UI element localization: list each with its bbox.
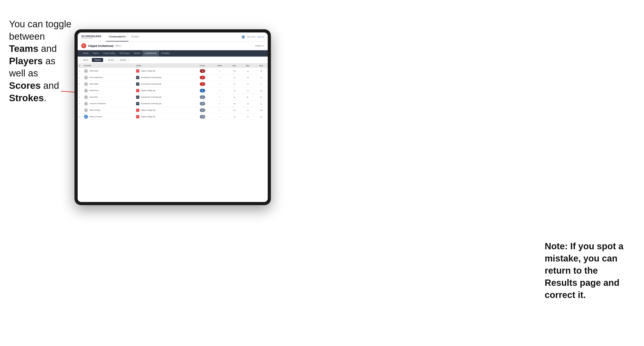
table-row: 2 Chris Robertson SU Scoreboard Universi… <box>78 74 268 81</box>
cell-total: +11 <box>194 114 212 120</box>
cell-thru: F <box>212 68 228 74</box>
cancel-button[interactable]: Cancel ✕ <box>255 45 264 47</box>
cell-rd2: -4 <box>241 87 254 94</box>
tab-details[interactable]: Details <box>80 50 91 57</box>
cell-rank: 6 <box>78 101 82 107</box>
table-row: 8 Marcus Turners C Clippd College [A] +1… <box>78 114 268 120</box>
cell-thru: F <box>212 87 228 94</box>
col-rank: # <box>78 64 82 68</box>
cell-rd1: +2 <box>228 114 241 120</box>
total-score: +11 <box>200 115 205 119</box>
cell-player: Rees Britt <box>82 94 135 101</box>
toggle-scores[interactable]: Scores <box>106 58 116 62</box>
cell-rd2: +1 <box>241 107 254 114</box>
toggle-teams[interactable]: Teams <box>80 58 91 62</box>
tab-tee-groups[interactable]: Tee Groups <box>117 50 132 57</box>
team-name: Clippd College [A] <box>141 89 155 92</box>
left-annotation: You can toggle between Teams and Players… <box>9 18 72 104</box>
total-score: -4 <box>200 76 205 79</box>
svg-point-8 <box>86 116 86 117</box>
tab-course-setup[interactable]: Course Setup <box>101 50 117 57</box>
table-header-row: # PLAYER TEAM TOTAL THRU RD1 RD2 RD3 <box>78 64 268 68</box>
cell-player: Marcus Turners <box>82 114 135 120</box>
col-rd1: RD1 <box>228 64 241 68</box>
total-score: -2 <box>200 82 205 86</box>
player-avatar <box>84 95 88 99</box>
col-thru: THRU <box>212 64 228 68</box>
nav-tournaments[interactable]: TOURNAMENTS <box>106 32 128 41</box>
tablet-frame: SCOREBOARD Powered by clippd TOURNAMENTS… <box>74 29 271 205</box>
cell-player: Blair McHarg <box>82 107 135 114</box>
logo-area: SCOREBOARD Powered by clippd <box>81 35 101 39</box>
team-name: Scoreboard University [A] <box>141 103 161 105</box>
cell-rd3: +3 <box>254 87 268 94</box>
table-row: 6 Cameron Robertson SU Scoreboard Univer… <box>78 101 268 107</box>
toggle-bar: Teams Players Scores Strokes <box>78 57 268 64</box>
players-table: # PLAYER TEAM TOTAL THRU RD1 RD2 RD3 1 E <box>78 64 268 120</box>
tab-teams[interactable]: Teams <box>91 50 101 57</box>
nav-links: TOURNAMENTS TEAMS <box>106 32 241 41</box>
cell-total: +1 <box>194 94 212 101</box>
cell-rank: 1 <box>78 68 82 74</box>
logo-sub: Powered by clippd <box>81 38 101 39</box>
cell-team: C Clippd College [A] <box>135 87 194 94</box>
total-score: +6 <box>200 102 205 106</box>
cell-thru: F <box>212 101 228 107</box>
leaderboard-table: # PLAYER TEAM TOTAL THRU RD1 RD2 RD3 1 E <box>78 64 268 202</box>
team-logo-icon: SU <box>136 96 139 99</box>
cell-rd1: +1 <box>228 94 241 101</box>
tab-printables[interactable]: Printables <box>159 50 172 57</box>
svg-point-5 <box>86 96 86 97</box>
table-row: 7 Blair McHarg C Clippd College [A] +8 F… <box>78 107 268 114</box>
cell-total: +8 <box>194 107 212 114</box>
cell-rank: 7 <box>78 107 82 114</box>
player-name: Elliot Ebert <box>90 70 98 72</box>
cell-rd3: +6 <box>254 107 268 114</box>
col-total: TOTAL <box>194 64 212 68</box>
player-avatar <box>84 115 88 119</box>
tablet-screen: SCOREBOARD Powered by clippd TOURNAMENTS… <box>78 32 268 202</box>
svg-point-4 <box>86 90 86 91</box>
cell-team: SU Scoreboard University [A] <box>135 94 194 101</box>
nav-right: 👤 Test User | Sign out <box>241 35 264 39</box>
tournament-title-area: C Clippd Invitational (Men) <box>81 43 121 48</box>
col-team: TEAM <box>135 64 194 68</box>
col-rd2: RD2 <box>241 64 254 68</box>
team-name: Scoreboard University [A] <box>141 96 161 98</box>
tournament-header: C Clippd Invitational (Men) Cancel ✕ <box>78 41 268 50</box>
tournament-gender: (Men) <box>115 45 121 47</box>
tab-results[interactable]: Results <box>132 50 142 57</box>
sign-out-link[interactable]: Sign out <box>258 36 264 38</box>
team-logo-icon: C <box>136 109 139 112</box>
svg-point-6 <box>86 103 86 104</box>
right-annotation: Note: If you spot a mistake, you can ret… <box>545 240 630 301</box>
svg-point-1 <box>86 70 86 71</box>
nav-teams[interactable]: TEAMS <box>128 32 142 41</box>
tab-leaderboards[interactable]: Leaderboards <box>142 50 159 57</box>
cell-thru: F <box>212 74 228 81</box>
cell-rd3: -1 <box>254 81 268 87</box>
player-name: Marcus Turners <box>90 116 102 118</box>
top-nav: SCOREBOARD Powered by clippd TOURNAMENTS… <box>78 32 268 41</box>
cell-team: SU Scoreboard University [A] <box>135 81 194 87</box>
cell-rd1: +1 <box>228 87 241 94</box>
team-name: Scoreboard University [A] <box>141 76 161 78</box>
cell-rank: 4 <box>78 87 82 94</box>
toggle-players[interactable]: Players <box>92 58 103 62</box>
cell-rd2: E <box>241 94 254 101</box>
cell-rd2: -2 <box>241 81 254 87</box>
team-name: Clippd College [A] <box>141 109 155 111</box>
toggle-strokes[interactable]: Strokes <box>118 58 129 62</box>
cell-total: E <box>194 87 212 94</box>
team-logo-icon: SU <box>136 82 139 86</box>
team-name: Clippd College [A] <box>141 70 155 72</box>
cell-rd2: +5 <box>241 74 254 81</box>
cell-team: SU Scoreboard University [A] <box>135 74 194 81</box>
player-avatar <box>84 108 88 112</box>
svg-point-2 <box>86 77 86 78</box>
tournament-name: Clippd Invitational <box>88 44 114 48</box>
player-avatar <box>84 69 88 73</box>
clippd-logo: C <box>81 43 86 48</box>
player-name: David Ford <box>90 89 98 92</box>
cell-player: Chris Robertson <box>82 74 135 81</box>
